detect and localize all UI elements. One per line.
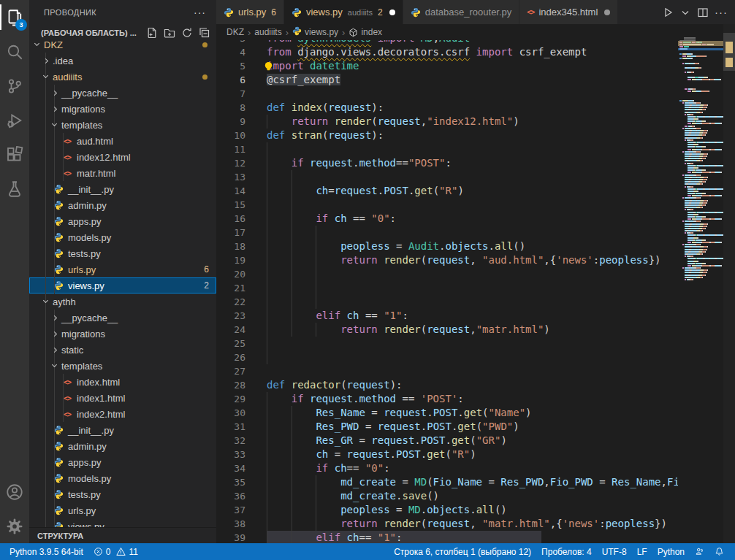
explorer-icon[interactable]: 3: [0, 0, 29, 34]
code-line-33[interactable]: 33 ch = request.POST.get("R"): [216, 448, 678, 461]
tree-file--init-py[interactable]: __init__.py: [29, 422, 216, 438]
tree-file-admin-py[interactable]: admin.py: [29, 197, 216, 213]
code-line-37[interactable]: 37 peopless = MD.objects.all(): [216, 503, 678, 517]
collapse-folders-icon[interactable]: [199, 27, 210, 39]
tree-file-views-py[interactable]: views.py: [29, 518, 216, 527]
tree-file--init-py[interactable]: __init__.py: [29, 181, 216, 197]
dirty-indicator-icon[interactable]: [604, 9, 610, 15]
code-line-39[interactable]: 39 elif ch== "1":: [216, 531, 678, 543]
code-line-9[interactable]: 9 return render(request,"index12.html"): [216, 115, 678, 129]
code-line-28[interactable]: 28def redactor(request):: [216, 378, 678, 392]
code-line-26[interactable]: 26: [216, 350, 678, 364]
problems-status[interactable]: 011: [88, 543, 143, 560]
code-line-10[interactable]: 10def stran(request):: [216, 129, 678, 142]
tree-folder-migrations[interactable]: migrations: [29, 101, 216, 117]
code-line-38[interactable]: 38 return render(request, "matr.html",{'…: [216, 517, 678, 531]
code-line-15[interactable]: 15: [216, 198, 678, 212]
tab-index345-html[interactable]: <>index345.html: [519, 0, 618, 24]
testing-icon[interactable]: [0, 172, 29, 206]
search-icon[interactable]: [0, 34, 29, 69]
code-line-6[interactable]: 6@csrf_exempt: [216, 73, 678, 87]
encoding-status[interactable]: UTF-8: [597, 543, 632, 560]
tree-file-models-py[interactable]: models.py: [29, 229, 216, 245]
settings-icon[interactable]: [0, 509, 29, 543]
new-file-icon[interactable]: [146, 27, 158, 39]
new-folder-icon[interactable]: [164, 27, 175, 39]
feedback-icon[interactable]: [690, 543, 709, 560]
tree-folder-static[interactable]: static: [29, 342, 216, 358]
outline-section-header[interactable]: СТРУКТУРА: [29, 527, 216, 543]
code-line-32[interactable]: 32 Res_GR = request.POST.get("GR"): [216, 434, 678, 448]
more-actions[interactable]: ···: [713, 4, 729, 20]
language-mode[interactable]: Python: [652, 543, 690, 560]
tree-file-index2-html[interactable]: <>index2.html: [29, 406, 216, 422]
code-line-18[interactable]: 18 peopless = Audit.objects.all(): [216, 239, 678, 253]
tree-folder-migrations[interactable]: migrations: [29, 326, 216, 342]
workspace-section-header[interactable]: (РАБОЧАЯ ОБЛАСТЬ) ...: [29, 24, 216, 41]
code-line-36[interactable]: 36 md_create.save(): [216, 489, 678, 503]
cursor-position[interactable]: Строка 6, столбец 1 (выбрано 12): [389, 543, 536, 560]
tab-urls-py[interactable]: urls.py6: [216, 0, 284, 24]
code-line-14[interactable]: 14 ch=request.POST.get("R"): [216, 184, 678, 198]
tree-file-urls-py[interactable]: urls.py6: [29, 261, 216, 277]
explorer-more-actions-icon[interactable]: ···: [194, 7, 206, 18]
breadcrumb-item-views-py[interactable]: views.py: [292, 26, 338, 38]
code-line-20[interactable]: 20: [216, 267, 678, 281]
account-icon[interactable]: [0, 475, 29, 509]
code-line-30[interactable]: 30 Res_Name = request.POST.get("Name"): [216, 406, 678, 420]
tree-file-urls-py[interactable]: urls.py: [29, 502, 216, 518]
notifications-bell-icon[interactable]: [709, 543, 729, 560]
code-editor[interactable]: 3from aythh.models import MD,Audit4from …: [216, 40, 678, 543]
code-line-27[interactable]: 27: [216, 364, 678, 378]
minimap[interactable]: [678, 24, 723, 543]
code-line-16[interactable]: 16 if ch == "0":: [216, 212, 678, 226]
tree-file-apps-py[interactable]: apps.py: [29, 213, 216, 229]
tree-folder-dkz[interactable]: DKZ: [29, 41, 216, 53]
code-line-5[interactable]: 5import datetime: [216, 59, 678, 73]
run-dropdown-icon[interactable]: [678, 5, 693, 20]
tree-file-views-py[interactable]: views.py2: [29, 277, 216, 294]
code-line-4[interactable]: 4from django.views.decorators.csrf impor…: [216, 45, 678, 59]
code-line-19[interactable]: 19 return render(request, "aud.html",{'n…: [216, 253, 678, 267]
code-line-3[interactable]: 3from aythh.models import MD,Audit: [216, 40, 678, 45]
breadcrumb-item-dkz[interactable]: DKZ: [226, 27, 244, 37]
code-line-21[interactable]: 21: [216, 281, 678, 295]
code-line-13[interactable]: 13: [216, 170, 678, 184]
tree-folder-aythh[interactable]: aythh: [29, 294, 216, 310]
tree-folder-templates[interactable]: templates: [29, 117, 216, 133]
tab-views-py[interactable]: views.pyaudiiits2: [284, 0, 403, 24]
tree-file-tests-py[interactable]: tests.py: [29, 486, 216, 502]
tree-folder--pycache-[interactable]: __pycache__: [29, 85, 216, 101]
dirty-indicator-icon[interactable]: [389, 9, 395, 15]
tree-file-matr-html[interactable]: <>matr.html: [29, 165, 216, 181]
tree-file-apps-py[interactable]: apps.py: [29, 454, 216, 470]
code-line-24[interactable]: 24 return render(request,"matr.html"): [216, 323, 678, 337]
code-line-22[interactable]: 22: [216, 295, 678, 309]
tree-file-aud-html[interactable]: <>aud.html: [29, 133, 216, 149]
source-control-icon[interactable]: [0, 69, 29, 103]
code-line-7[interactable]: 7: [216, 87, 678, 101]
tree-folder-audiiits[interactable]: audiiits: [29, 69, 216, 85]
code-line-8[interactable]: 8def index(request):: [216, 101, 678, 115]
eol-status[interactable]: LF: [632, 543, 652, 560]
run-python-file-icon[interactable]: [660, 5, 675, 20]
editor-scrollbar[interactable]: [723, 24, 735, 543]
code-line-11[interactable]: 11: [216, 142, 678, 156]
indentation-status[interactable]: Пробелов: 4: [536, 543, 597, 560]
code-line-29[interactable]: 29 if request.method == 'POST':: [216, 392, 678, 406]
tree-file-index12-html[interactable]: <>index12.html: [29, 149, 216, 165]
code-line-17[interactable]: 17: [216, 226, 678, 239]
tree-file-models-py[interactable]: models.py: [29, 470, 216, 486]
tree-file-tests-py[interactable]: tests.py: [29, 245, 216, 261]
code-line-12[interactable]: 12 if request.method=="POST":: [216, 156, 678, 170]
refresh-icon[interactable]: [181, 27, 193, 39]
code-line-31[interactable]: 31 Res_PWD = request.POST.get("PWD"): [216, 420, 678, 434]
tree-file-index1-html[interactable]: <>index1.html: [29, 390, 216, 406]
tree-file-index-html[interactable]: <>index.html: [29, 374, 216, 390]
python-interpreter[interactable]: Python 3.9.5 64-bit: [4, 543, 88, 560]
tree-file-admin-py[interactable]: admin.py: [29, 438, 216, 454]
code-line-34[interactable]: 34 if ch== "0":: [216, 461, 678, 475]
extensions-icon[interactable]: [0, 137, 29, 172]
run-and-debug-icon[interactable]: [0, 103, 29, 137]
tab-database-roouter-py[interactable]: database_roouter.py: [403, 0, 520, 24]
